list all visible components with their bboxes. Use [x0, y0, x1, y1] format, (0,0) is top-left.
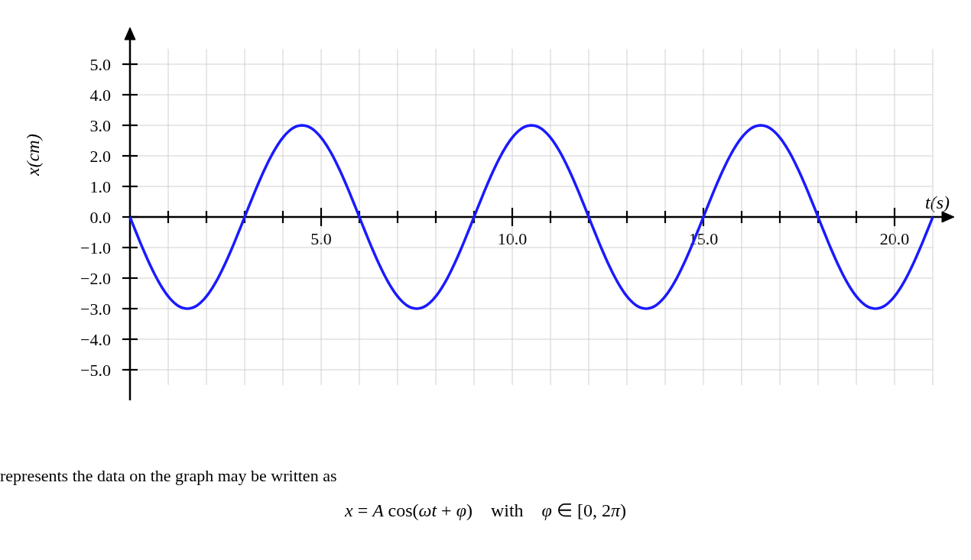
- caption-text: represents the data on the graph may be …: [0, 466, 971, 486]
- chart-svg: [0, 0, 971, 443]
- chart-container: x(cm) t(s) 5.0 4.0 3.0 2.0 1.0 0.0 −1.0 …: [0, 0, 971, 443]
- equation-line: x = A cos(ωt + φ) with φ ∈ [0, 2π): [0, 500, 971, 521]
